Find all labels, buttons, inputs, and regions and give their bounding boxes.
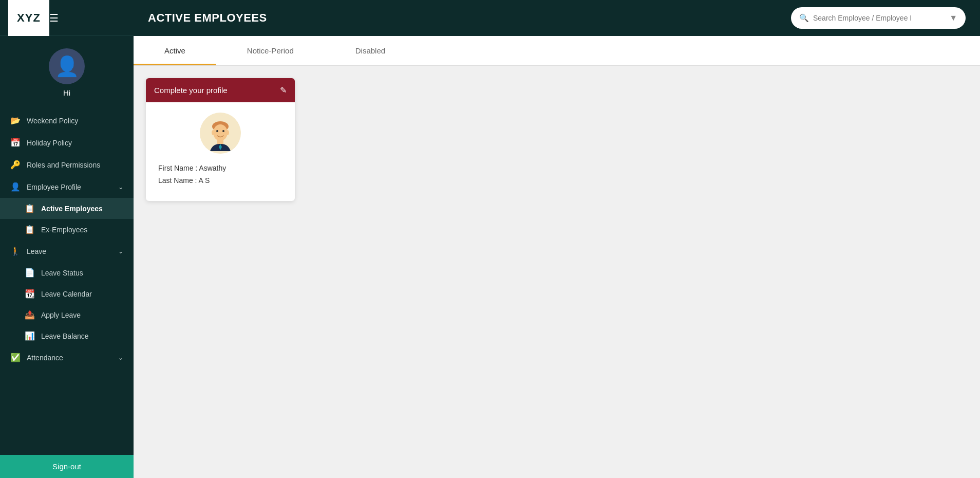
card-body: First Name : Aswathy Last Name : A S: [146, 102, 295, 201]
employee-avatar: [200, 113, 241, 154]
sidebar-item-label: Leave Status: [41, 269, 83, 277]
sidebar-item-label: Employee Profile: [27, 183, 112, 191]
avatar: 👤: [49, 48, 85, 84]
logo: XYZ: [8, 0, 49, 36]
last-name-field: Last Name : A S: [158, 176, 282, 185]
content-area: Complete your profile ✎: [134, 66, 980, 478]
sidebar-item-label: Active Employees: [41, 205, 103, 213]
chevron-down-icon: ⌄: [118, 248, 123, 255]
sidebar-item-attendance[interactable]: ✅ Attendance ⌄: [0, 346, 134, 369]
leave-icon: 🚶: [10, 246, 21, 256]
avatar-image: [202, 115, 238, 151]
active-employees-icon: 📋: [25, 204, 35, 213]
leave-status-icon: 📄: [25, 268, 35, 278]
card-complete-profile-label: Complete your profile: [154, 86, 228, 95]
leave-balance-icon: 📊: [25, 331, 35, 341]
filter-icon[interactable]: ▼: [949, 13, 957, 23]
main-area: ACTIVE EMPLOYEES 🔍 ▼ Active Notice-Perio…: [134, 0, 980, 478]
sidebar-item-leave-status[interactable]: 📄 Leave Status: [0, 262, 134, 283]
last-name-label: Last Name :: [158, 176, 199, 185]
sidebar-item-label: Holiday Policy: [27, 139, 123, 147]
employee-profile-icon: 👤: [10, 182, 21, 192]
sidebar-item-leave-balance[interactable]: 📊 Leave Balance: [0, 325, 134, 346]
sidebar-item-apply-leave[interactable]: 📤 Apply Leave: [0, 304, 134, 325]
apply-leave-icon: 📤: [25, 310, 35, 320]
first-name-label: First Name :: [158, 164, 199, 172]
tab-active[interactable]: Active: [134, 36, 216, 65]
sidebar-item-leave[interactable]: 🚶 Leave ⌄: [0, 240, 134, 262]
sidebar-item-label: Weekend Policy: [27, 117, 123, 125]
sidebar-item-label: Apply Leave: [41, 311, 81, 319]
search-icon: 🔍: [799, 13, 809, 23]
search-input[interactable]: [813, 14, 941, 22]
svg-point-5: [212, 130, 215, 135]
sidebar-item-label: Leave Balance: [41, 332, 89, 340]
sidebar-user: 👤 Hi: [0, 36, 134, 105]
tab-notice-period[interactable]: Notice-Period: [216, 36, 325, 65]
leave-calendar-icon: 📆: [25, 289, 35, 299]
tab-disabled[interactable]: Disabled: [325, 36, 416, 65]
attendance-icon: ✅: [10, 353, 21, 362]
svg-point-4: [222, 130, 224, 132]
sidebar-item-leave-calendar[interactable]: 📆 Leave Calendar: [0, 283, 134, 304]
sidebar-item-label: Roles and Permissions: [27, 161, 123, 169]
chevron-down-icon: ⌄: [118, 354, 123, 361]
sidebar-item-holiday-policy[interactable]: 📅 Holiday Policy: [0, 132, 134, 154]
sidebar-item-label: Ex-Employees: [41, 226, 87, 234]
svg-point-2: [213, 124, 228, 141]
sidebar-item-ex-employees[interactable]: 📋 Ex-Employees: [0, 219, 134, 240]
first-name-value: Aswathy: [199, 164, 226, 172]
sidebar: XYZ ☰ 👤 Hi 📂 Weekend Policy 📅 Holiday Po…: [0, 0, 134, 478]
user-icon: 👤: [55, 55, 79, 78]
sidebar-item-roles-permissions[interactable]: 🔑 Roles and Permissions: [0, 154, 134, 176]
tabs-bar: Active Notice-Period Disabled: [134, 36, 980, 66]
sidebar-header: XYZ ☰: [0, 0, 134, 36]
ex-employees-icon: 📋: [25, 225, 35, 234]
employee-info: First Name : Aswathy Last Name : A S: [154, 164, 287, 189]
svg-point-3: [216, 130, 218, 132]
sidebar-item-label: Leave Calendar: [41, 290, 92, 298]
hamburger-menu[interactable]: ☰: [49, 12, 59, 24]
search-bar: 🔍 ▼: [791, 7, 966, 29]
sidebar-nav: 📂 Weekend Policy 📅 Holiday Policy 🔑 Role…: [0, 105, 134, 455]
user-greeting: Hi: [63, 88, 70, 97]
sidebar-item-label: Leave: [27, 247, 112, 255]
sidebar-item-employee-profile[interactable]: 👤 Employee Profile ⌄: [0, 176, 134, 198]
card-header: Complete your profile ✎: [146, 78, 295, 102]
sidebar-item-weekend-policy[interactable]: 📂 Weekend Policy: [0, 109, 134, 132]
svg-point-6: [226, 130, 229, 135]
sidebar-item-active-employees[interactable]: 📋 Active Employees: [0, 198, 134, 219]
weekend-policy-icon: 📂: [10, 116, 21, 125]
employee-card: Complete your profile ✎: [146, 78, 295, 201]
page-title: ACTIVE EMPLOYEES: [148, 11, 783, 25]
chevron-down-icon: ⌄: [118, 183, 123, 191]
sidebar-item-label: Attendance: [27, 354, 112, 362]
holiday-policy-icon: 📅: [10, 138, 21, 148]
last-name-value: A S: [199, 176, 210, 185]
edit-icon[interactable]: ✎: [280, 85, 287, 95]
first-name-field: First Name : Aswathy: [158, 164, 282, 172]
svg-rect-7: [217, 140, 223, 144]
roles-icon: 🔑: [10, 160, 21, 170]
signout-button[interactable]: Sign-out: [0, 455, 134, 478]
top-header: ACTIVE EMPLOYEES 🔍 ▼: [134, 0, 980, 36]
